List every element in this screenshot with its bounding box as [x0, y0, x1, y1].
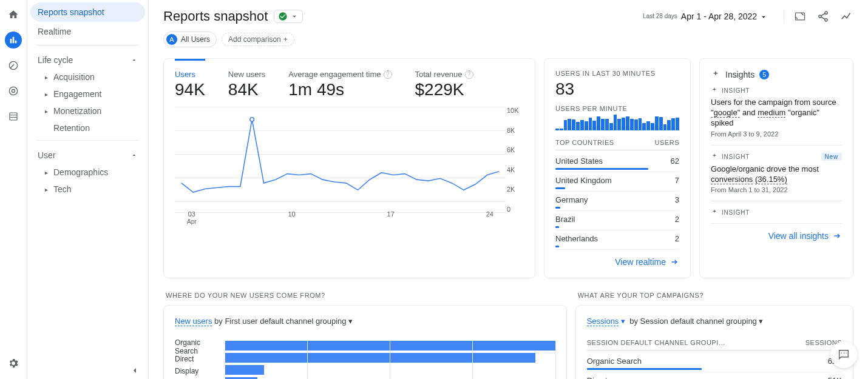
insight-item[interactable]: INSIGHTUsers for the campaign from sourc…: [711, 79, 842, 146]
nav-section-label: User: [38, 150, 56, 160]
table-row: United Kingdom7: [555, 172, 679, 192]
view-realtime-link[interactable]: View realtime: [555, 257, 679, 267]
svg-point-2: [12, 90, 15, 93]
metric-picker[interactable]: New users: [175, 317, 212, 326]
table-row: Netherlands2: [555, 230, 679, 250]
arrow-right-icon: [670, 257, 679, 267]
nav-sub-retention[interactable]: ▸Retention: [30, 119, 145, 136]
insight-item[interactable]: INSIGHTNewGoogle/organic drove the most …: [711, 146, 842, 202]
home-icon[interactable]: [5, 6, 22, 23]
advertising-icon[interactable]: [5, 82, 22, 99]
insights-count-badge: 5: [759, 70, 769, 79]
reports-icon[interactable]: [5, 32, 22, 49]
segment-all-users[interactable]: A All Users: [163, 32, 217, 47]
chevron-down-icon: [290, 12, 299, 21]
svg-rect-4: [796, 13, 805, 20]
nav-sub-engagement[interactable]: ▸Engagement: [30, 86, 145, 102]
table-row: Organic Search62K: [587, 353, 842, 372]
explore-icon[interactable]: [5, 57, 22, 74]
snapshot-chart-card: Users94KNew users84KAverage engagement t…: [163, 58, 535, 278]
collapse-nav-button[interactable]: [130, 366, 140, 375]
realtime-card: USERS IN LAST 30 MINUTES 83 USERS PER MI…: [544, 58, 691, 278]
share-icon[interactable]: [817, 10, 829, 22]
kpi-tab[interactable]: Total revenue?$229K: [415, 70, 473, 99]
svg-rect-3: [10, 113, 17, 120]
chevron-up-icon: [131, 56, 138, 64]
section-question-sessions: WHAT ARE YOUR TOP CAMPAIGNS?: [578, 292, 853, 299]
table-header-right: USERS: [655, 139, 679, 146]
arrow-right-icon: [832, 231, 842, 241]
insights-card: Insights 5 INSIGHTUsers for the campaign…: [699, 58, 853, 278]
nav-sub-monetization[interactable]: ▸Monetization: [30, 102, 145, 119]
sessions-card: Sessions ▾ by Session default channel gr…: [575, 305, 853, 379]
kpi-tab[interactable]: New users84K: [228, 70, 265, 99]
plus-icon: +: [283, 35, 288, 44]
chevron-down-icon[interactable]: ▾: [759, 317, 763, 326]
nav-sub-acquisition[interactable]: ▸Acquisition: [30, 69, 145, 86]
sparkle-icon: [711, 70, 721, 79]
insights-icon[interactable]: [840, 10, 853, 23]
chevron-up-icon: [131, 152, 138, 159]
nav-section-user[interactable]: User: [30, 144, 145, 164]
nav-section-lifecycle[interactable]: Life cycle: [30, 49, 145, 69]
kpi-tab[interactable]: Average engagement time?1m 49s: [288, 70, 392, 99]
nav-sub-tech[interactable]: ▸Tech: [30, 181, 145, 198]
table-header-left: TOP COUNTRIES: [555, 139, 614, 146]
table-row: Germany3: [555, 192, 679, 211]
svg-point-1: [9, 87, 17, 95]
settings-icon[interactable]: [5, 355, 22, 372]
date-range-picker[interactable]: Apr 1 - Apr 28, 2022: [681, 12, 768, 21]
nav-realtime[interactable]: Realtime: [30, 22, 145, 41]
check-circle-icon: [278, 12, 288, 21]
metric-picker[interactable]: Sessions: [587, 317, 619, 326]
chevron-down-icon[interactable]: ▾: [348, 317, 353, 326]
realtime-users-value: 83: [555, 79, 679, 99]
table-row: Brazil2: [555, 211, 679, 230]
realtime-title: USERS IN LAST 30 MINUTES: [555, 70, 679, 77]
help-icon[interactable]: ?: [384, 70, 392, 79]
table-header-left: SESSION DEFAULT CHANNEL GROUPI…: [587, 339, 726, 346]
insight-item[interactable]: INSIGHT: [711, 201, 842, 224]
svg-point-8: [250, 118, 254, 122]
nav-section-label: Life cycle: [38, 55, 73, 65]
nav-sub-demographics[interactable]: ▸Demographics: [30, 164, 145, 181]
help-icon[interactable]: ?: [465, 70, 473, 79]
insights-title: Insights: [725, 70, 754, 79]
section-question-newusers: WHERE DO YOUR NEW USERS COME FROM?: [166, 292, 567, 299]
date-range-label: Last 28 days: [643, 13, 677, 19]
table-row: United States62: [555, 153, 679, 172]
nav-reports-snapshot[interactable]: Reports snapshot: [30, 2, 145, 22]
add-comparison-button[interactable]: Add comparison +: [222, 33, 294, 46]
table-row: Direct51K: [587, 372, 842, 379]
configure-icon[interactable]: [5, 108, 22, 125]
kpi-tab[interactable]: Users94K: [175, 70, 205, 99]
chevron-down-icon[interactable]: ▾: [621, 317, 625, 326]
report-status-chip[interactable]: [274, 10, 303, 23]
page-title: Reports snapshot: [163, 8, 268, 24]
bar: [225, 353, 535, 363]
view-all-insights-link[interactable]: View all insights: [711, 231, 842, 241]
customize-icon[interactable]: [794, 10, 806, 22]
realtime-sub-label: USERS PER MINUTE: [555, 105, 679, 112]
bar: [225, 365, 264, 375]
feedback-button[interactable]: [830, 341, 857, 368]
new-users-card: New users by First user default channel …: [163, 305, 567, 379]
